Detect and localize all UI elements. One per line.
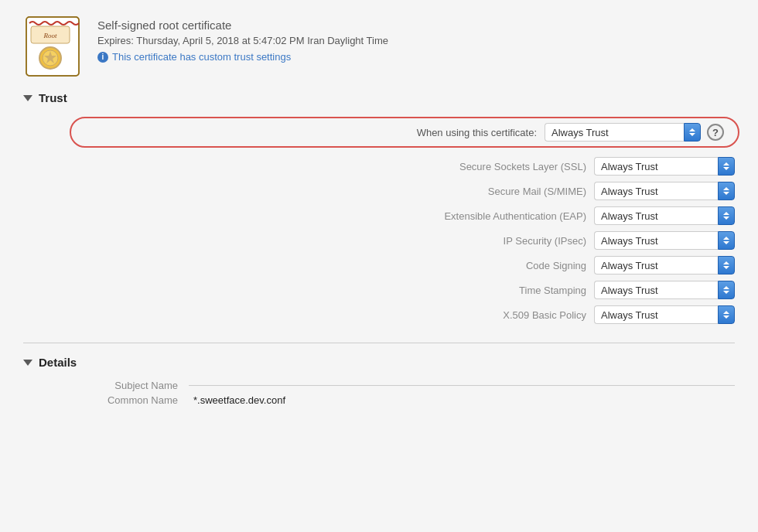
smime-label: Secure Mail (S/MIME) [385,186,586,197]
ssl-select[interactable]: Always Trust Never Trust Use System Defa… [594,157,718,176]
certificate-info: Self-signed root certificate Expires: Th… [97,15,388,63]
trust-toggle-icon[interactable] [23,95,32,101]
when-using-select[interactable]: Always Trust Never Trust Use System Defa… [545,123,684,142]
details-row-common-name: Common Name *.sweetface.dev.conf [23,394,735,406]
x509-arrow-btn[interactable] [718,305,735,324]
subject-name-label: Subject Name [23,380,178,391]
trust-row-ipsec: IP Security (IPsec) Always Trust Never T… [23,231,735,250]
arrow-down-icon [723,266,729,269]
info-icon: i [97,52,108,63]
trust-section: Trust When using this certificate: Alway… [23,91,735,324]
section-divider [23,343,735,343]
when-using-row: When using this certificate: Always Trus… [23,115,735,149]
ssl-arrow-btn[interactable] [718,157,735,176]
eap-arrow-btn[interactable] [718,206,735,225]
certificate-panel: Root Self-signed root certificate Expire… [0,0,758,532]
arrow-down-icon [689,133,695,136]
ssl-dropdown[interactable]: Always Trust Never Trust Use System Defa… [594,157,735,176]
arrow-up-icon [723,286,729,289]
arrow-up-icon [689,128,695,131]
trust-row-timestamp: Time Stamping Always Trust Never Trust U… [23,281,735,299]
certificate-type: Self-signed root certificate [97,19,388,32]
arrow-down-icon [723,217,729,220]
common-name-label: Common Name [23,394,178,406]
arrow-up-icon [723,311,729,314]
details-rows: Subject Name Common Name *.sweetface.dev… [23,380,735,406]
codesign-select[interactable]: Always Trust Never Trust Use System Defa… [594,256,718,275]
timestamp-label: Time Stamping [385,285,586,296]
arrow-down-icon [723,315,729,319]
ipsec-arrow-btn[interactable] [718,231,735,250]
details-row-subject: Subject Name [23,380,735,391]
arrow-down-icon [723,241,729,244]
arrow-down-icon [723,291,729,294]
arrow-up-icon [723,162,729,165]
timestamp-select[interactable]: Always Trust Never Trust Use System Defa… [594,281,718,299]
codesign-label: Code Signing [385,260,586,271]
arrow-up-icon [723,261,729,264]
common-name-value: *.sweetface.dev.conf [193,394,348,406]
codesign-arrow-btn[interactable] [718,256,735,275]
codesign-dropdown[interactable]: Always Trust Never Trust Use System Defa… [594,256,735,275]
arrow-up-icon [723,187,729,190]
x509-label: X.509 Basic Policy [385,309,586,321]
arrow-down-icon [723,167,729,170]
details-section-header: Details [23,356,735,369]
ipsec-dropdown[interactable]: Always Trust Never Trust Use System Defa… [594,231,735,250]
trust-row-ssl: Secure Sockets Layer (SSL) Always Trust … [23,157,735,176]
certificate-icon: Root [23,15,85,77]
trust-row-smime: Secure Mail (S/MIME) Always Trust Never … [23,182,735,200]
certificate-expires: Expires: Thursday, April 5, 2018 at 5:47… [97,35,388,46]
when-using-dropdown-wrapper: Always Trust Never Trust Use System Defa… [545,123,724,142]
svg-text:Root: Root [43,32,57,39]
when-using-arrow-btn[interactable] [684,123,701,142]
arrow-down-icon [723,192,729,195]
trust-row-x509: X.509 Basic Policy Always Trust Never Tr… [23,305,735,324]
trust-rows: Secure Sockets Layer (SSL) Always Trust … [23,157,735,324]
subject-divider-line [189,385,735,386]
when-using-label: When using this certificate: [417,127,537,138]
eap-dropdown[interactable]: Always Trust Never Trust Use System Defa… [594,206,735,225]
eap-select[interactable]: Always Trust Never Trust Use System Defa… [594,206,718,225]
when-using-dropdown[interactable]: Always Trust Never Trust Use System Defa… [545,123,701,142]
smime-select[interactable]: Always Trust Never Trust Use System Defa… [594,182,718,200]
ipsec-select[interactable]: Always Trust Never Trust Use System Defa… [594,231,718,250]
trust-row-eap: Extensible Authentication (EAP) Always T… [23,206,735,225]
timestamp-arrow-btn[interactable] [718,281,735,299]
x509-select[interactable]: Always Trust Never Trust Use System Defa… [594,305,718,324]
arrow-up-icon [723,237,729,240]
timestamp-dropdown[interactable]: Always Trust Never Trust Use System Defa… [594,281,735,299]
ssl-label: Secure Sockets Layer (SSL) [385,161,586,172]
smime-dropdown[interactable]: Always Trust Never Trust Use System Defa… [594,182,735,200]
certificate-custom-trust: i This certificate has custom trust sett… [97,51,388,63]
ipsec-label: IP Security (IPsec) [385,235,586,247]
eap-label: Extensible Authentication (EAP) [385,210,586,222]
details-section-title: Details [39,356,77,369]
certificate-header: Root Self-signed root certificate Expire… [23,15,735,77]
smime-arrow-btn[interactable] [718,182,735,200]
trust-row-codesign: Code Signing Always Trust Never Trust Us… [23,256,735,275]
trust-section-title: Trust [39,91,67,104]
details-section: Details Subject Name Common Name *.sweet… [23,356,735,406]
arrow-up-icon [723,212,729,215]
trust-section-header: Trust [23,91,735,104]
help-button[interactable]: ? [707,124,724,141]
details-toggle-icon[interactable] [23,360,32,366]
x509-dropdown[interactable]: Always Trust Never Trust Use System Defa… [594,305,735,324]
